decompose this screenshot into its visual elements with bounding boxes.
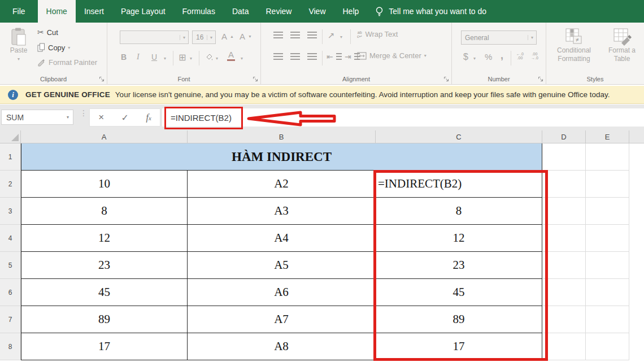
- enter-icon[interactable]: ✓: [121, 112, 129, 123]
- underline-button[interactable]: U: [151, 53, 157, 62]
- row-header-4[interactable]: 4: [0, 225, 21, 252]
- number-dialog-launcher-icon[interactable]: [538, 76, 543, 82]
- align-center-button[interactable]: [290, 53, 300, 60]
- conditional-formatting-button[interactable]: ≠ Conditional Formatting: [551, 27, 597, 63]
- font-name-combo[interactable]: ▾: [120, 30, 189, 44]
- tab-data[interactable]: Data: [224, 0, 258, 23]
- row-header-2[interactable]: 2: [0, 171, 21, 198]
- select-all-corner[interactable]: [0, 130, 21, 143]
- bold-button[interactable]: B: [121, 53, 127, 62]
- alignment-dialog-launcher-icon[interactable]: [443, 76, 449, 82]
- format-painter-button[interactable]: Format Painter: [37, 58, 97, 67]
- column-header-D[interactable]: D: [542, 130, 586, 143]
- merge-center-button[interactable]: Merge & Center ▾: [357, 51, 427, 60]
- column-header-B[interactable]: B: [188, 130, 376, 143]
- align-right-button[interactable]: [307, 53, 317, 60]
- cell-B4[interactable]: A4: [188, 225, 376, 252]
- tab-file[interactable]: File: [0, 0, 38, 23]
- italic-button[interactable]: I: [137, 53, 140, 62]
- column-header-E[interactable]: E: [586, 130, 629, 143]
- cell-A6[interactable]: 45: [21, 279, 188, 306]
- row-header-3[interactable]: 3: [0, 198, 21, 225]
- tab-insert[interactable]: Insert: [76, 0, 112, 23]
- cell-A2[interactable]: 10: [21, 171, 188, 198]
- column-header-C[interactable]: C: [376, 130, 542, 143]
- cell-E7[interactable]: [586, 306, 629, 333]
- row-header-1[interactable]: 1: [0, 143, 21, 171]
- fill-color-button[interactable]: [204, 53, 214, 61]
- cell-E5[interactable]: [586, 252, 629, 279]
- column-header-A[interactable]: A: [21, 130, 188, 143]
- cell-D6[interactable]: [542, 279, 586, 306]
- cell-D2[interactable]: [542, 171, 586, 198]
- borders-button[interactable]: ⊞: [179, 52, 186, 63]
- cell-B3[interactable]: A3: [188, 198, 376, 225]
- font-size-combo[interactable]: 16▾: [192, 30, 216, 44]
- cancel-icon[interactable]: ×: [98, 112, 104, 123]
- orientation-button[interactable]: ↗: [328, 30, 335, 41]
- formula-bar-grip[interactable]: ⋮: [80, 111, 88, 115]
- copy-button[interactable]: Copy ▾: [37, 43, 70, 52]
- accounting-format-button[interactable]: $: [463, 52, 468, 62]
- cut-button[interactable]: ✂ Cut: [37, 28, 58, 37]
- cell-D1[interactable]: [542, 143, 586, 171]
- format-as-table-button[interactable]: Format a Table: [602, 27, 642, 63]
- decrease-decimal-button[interactable]: .00→.0: [531, 52, 538, 60]
- cell-D5[interactable]: [542, 252, 586, 279]
- row-header-7[interactable]: 7: [0, 306, 21, 333]
- cell-E1[interactable]: [586, 143, 629, 171]
- cell-D7[interactable]: [542, 306, 586, 333]
- row-header-5[interactable]: 5: [0, 252, 21, 279]
- cell-A5[interactable]: 23: [21, 252, 188, 279]
- top-align-button[interactable]: [273, 32, 283, 38]
- grow-font-button[interactable]: A▲: [221, 32, 234, 41]
- cell-B7[interactable]: A7: [188, 306, 376, 333]
- shrink-font-button[interactable]: A▼: [240, 32, 252, 41]
- comma-style-button[interactable]: ,: [501, 50, 503, 62]
- cell-B2[interactable]: A2: [188, 171, 376, 198]
- cell-E4[interactable]: [586, 225, 629, 252]
- info-icon: i: [8, 90, 18, 100]
- cell-D4[interactable]: [542, 225, 586, 252]
- row-header-8[interactable]: 8: [0, 333, 21, 360]
- cell-A7[interactable]: 89: [21, 306, 188, 333]
- tab-review[interactable]: Review: [258, 0, 301, 23]
- tab-formulas[interactable]: Formulas: [174, 0, 224, 23]
- cell-A1-merged-title[interactable]: HÀM INDIRECT: [21, 143, 542, 171]
- cell-D3[interactable]: [542, 198, 586, 225]
- cell-B5[interactable]: A5: [188, 252, 376, 279]
- font-dialog-launcher-icon[interactable]: [253, 76, 258, 82]
- fill-color-icon: [204, 53, 214, 61]
- font-color-button[interactable]: A: [227, 51, 235, 61]
- tab-home[interactable]: Home: [38, 0, 76, 23]
- format-painter-icon: [37, 58, 46, 67]
- insert-function-icon[interactable]: fx: [146, 112, 151, 123]
- cell-B6[interactable]: A6: [188, 279, 376, 306]
- cell-B8[interactable]: A8: [188, 333, 376, 360]
- increase-decimal-button[interactable]: ←.0.00: [516, 52, 524, 60]
- cell-D8[interactable]: [542, 333, 586, 360]
- tab-page-layout[interactable]: Page Layout: [112, 0, 174, 23]
- paste-button[interactable]: Paste ▾: [6, 27, 32, 63]
- tell-me-label: Tell me what you want to do: [389, 7, 486, 16]
- middle-align-button[interactable]: [290, 32, 300, 38]
- align-left-button[interactable]: [273, 53, 283, 60]
- name-box[interactable]: SUM ▾: [1, 110, 73, 125]
- cell-E8[interactable]: [586, 333, 629, 360]
- wrap-text-button[interactable]: abc↵ Wrap Text: [357, 30, 398, 38]
- cell-E2[interactable]: [586, 171, 629, 198]
- bottom-align-button[interactable]: [307, 32, 317, 38]
- percent-style-button[interactable]: %: [485, 52, 492, 62]
- number-format-combo[interactable]: General▾: [461, 30, 537, 45]
- tab-view[interactable]: View: [300, 0, 334, 23]
- tell-me-box[interactable]: Tell me what you want to do: [375, 0, 486, 23]
- cell-E3[interactable]: [586, 198, 629, 225]
- tab-help[interactable]: Help: [334, 0, 368, 23]
- clipboard-dialog-launcher-icon[interactable]: [99, 76, 105, 82]
- cell-A3[interactable]: 8: [21, 198, 188, 225]
- cell-E6[interactable]: [586, 279, 629, 306]
- row-header-6[interactable]: 6: [0, 279, 21, 306]
- cell-A8[interactable]: 17: [21, 333, 188, 360]
- decrease-indent-button[interactable]: ⇤: [327, 52, 342, 61]
- cell-A4[interactable]: 12: [21, 225, 188, 252]
